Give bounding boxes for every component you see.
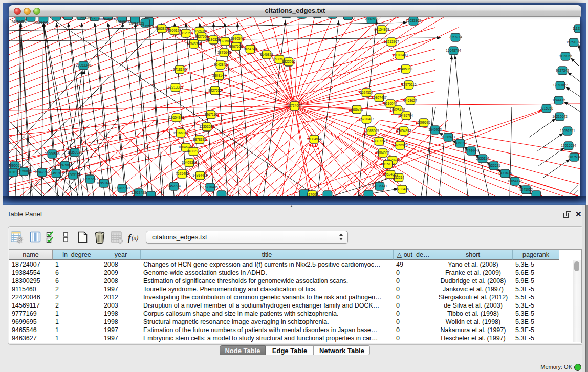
svg-text:12093822: 12093822 — [553, 83, 568, 87]
svg-text:16543382: 16543382 — [186, 42, 202, 46]
svg-text:7515524: 7515524 — [141, 24, 154, 28]
svg-text:2803144: 2803144 — [212, 74, 226, 77]
svg-text:12942757: 12942757 — [34, 170, 50, 174]
svg-text:9457774: 9457774 — [167, 184, 181, 188]
svg-text:7485063: 7485063 — [399, 67, 412, 71]
svg-text:3624554: 3624554 — [360, 91, 373, 94]
svg-text:15692951: 15692951 — [560, 129, 575, 133]
svg-text:1640953: 1640953 — [428, 128, 442, 132]
svg-text:18724007: 18724007 — [287, 104, 302, 107]
svg-text:9498222: 9498222 — [187, 149, 200, 153]
svg-text:17957253: 17957253 — [82, 177, 98, 181]
svg-text:20691406: 20691406 — [33, 20, 49, 24]
svg-text:8938923: 8938923 — [442, 135, 455, 139]
svg-text:11451912: 11451912 — [49, 171, 64, 175]
svg-text:(x): (x) — [132, 234, 138, 242]
svg-text:17016534: 17016534 — [561, 144, 576, 147]
svg-text:1167534: 1167534 — [568, 155, 580, 159]
svg-text:10120746: 10120746 — [385, 158, 400, 162]
svg-text:1615132: 1615132 — [381, 162, 395, 166]
svg-text:12156829: 12156829 — [16, 169, 32, 173]
svg-text:7632621: 7632621 — [487, 164, 500, 167]
svg-text:19384554: 19384554 — [307, 137, 322, 141]
svg-text:9146821: 9146821 — [260, 53, 273, 56]
svg-text:20206506: 20206506 — [45, 152, 60, 156]
svg-text:3215958: 3215958 — [540, 106, 553, 110]
svg-text:10807487: 10807487 — [372, 96, 387, 99]
svg-text:1112845: 1112845 — [573, 27, 580, 30]
svg-text:252214: 252214 — [393, 176, 404, 179]
svg-text:17975115: 17975115 — [402, 83, 417, 86]
svg-text:18226058: 18226058 — [192, 29, 207, 33]
svg-text:2967608: 2967608 — [229, 45, 243, 48]
svg-text:6216044: 6216044 — [384, 102, 397, 105]
svg-text:12213967: 12213967 — [384, 40, 399, 43]
svg-text:10958147: 10958147 — [96, 181, 112, 185]
svg-text:8912953: 8912953 — [179, 31, 192, 35]
svg-text:9245052: 9245052 — [519, 188, 533, 191]
svg-text:9990546: 9990546 — [231, 37, 244, 40]
svg-text:8878332: 8878332 — [193, 138, 206, 141]
svg-text:2087682: 2087682 — [365, 17, 378, 21]
svg-text:17359939: 17359939 — [67, 150, 82, 154]
svg-text:8267110: 8267110 — [204, 113, 217, 116]
svg-text:8454749: 8454749 — [244, 47, 257, 51]
svg-text:10688609: 10688609 — [364, 129, 379, 133]
svg-text:7357274: 7357274 — [449, 35, 462, 39]
svg-text:817006: 817006 — [307, 193, 318, 196]
svg-text:18807249: 18807249 — [372, 139, 387, 143]
svg-text:10025438: 10025438 — [390, 108, 405, 112]
svg-text:1527602: 1527602 — [92, 17, 105, 21]
svg-text:8322016: 8322016 — [282, 60, 295, 63]
svg-text:9327502: 9327502 — [219, 39, 232, 43]
svg-text:10154808: 10154808 — [374, 28, 389, 31]
svg-text:19975867: 19975867 — [57, 163, 73, 167]
svg-text:9129966: 9129966 — [559, 54, 572, 58]
svg-text:8427552: 8427552 — [208, 89, 222, 92]
svg-text:2986372: 2986372 — [350, 107, 363, 111]
svg-text:9227342: 9227342 — [556, 69, 569, 72]
svg-text:10654112: 10654112 — [508, 179, 522, 183]
svg-text:9242845: 9242845 — [214, 63, 227, 67]
svg-text:9474444: 9474444 — [465, 149, 478, 152]
svg-text:29053346: 29053346 — [76, 63, 91, 67]
svg-text:16033809: 16033809 — [406, 19, 421, 23]
svg-text:6479197: 6479197 — [453, 141, 467, 145]
svg-text:1244415: 1244415 — [552, 98, 565, 102]
svg-text:9463627: 9463627 — [404, 99, 417, 102]
svg-text:16210643: 16210643 — [552, 115, 568, 118]
svg-text:7625402: 7625402 — [176, 172, 189, 176]
svg-text:12353584: 12353584 — [199, 125, 214, 128]
svg-text:12213383: 12213383 — [168, 85, 183, 89]
svg-text:15751074: 15751074 — [566, 40, 580, 44]
svg-text:24055724: 24055724 — [11, 20, 27, 24]
svg-text:10553267: 10553267 — [77, 16, 92, 20]
svg-text:16648784: 16648784 — [446, 49, 461, 52]
svg-text:10973493: 10973493 — [393, 53, 408, 57]
svg-text:13654923: 13654923 — [396, 129, 411, 133]
svg-text:7663822: 7663822 — [155, 27, 168, 30]
svg-text:9684067: 9684067 — [376, 151, 389, 155]
svg-text:12505135: 12505135 — [66, 173, 81, 177]
svg-text:2718170: 2718170 — [173, 68, 186, 71]
svg-text:1733426: 1733426 — [396, 187, 409, 191]
svg-text:19166825: 19166825 — [173, 131, 188, 135]
svg-text:12923488: 12923488 — [131, 191, 146, 194]
svg-text:10756928: 10756928 — [393, 143, 408, 147]
svg-text:14914479: 14914479 — [192, 173, 208, 177]
svg-text:8495061: 8495061 — [9, 164, 21, 167]
svg-text:15716485: 15716485 — [203, 185, 218, 189]
svg-text:10046788: 10046788 — [178, 145, 193, 149]
svg-text:3875645: 3875645 — [217, 51, 231, 54]
svg-text:2935114: 2935114 — [476, 157, 489, 160]
svg-text:6099695: 6099695 — [417, 121, 430, 124]
svg-text:16782759: 16782759 — [115, 186, 130, 190]
svg-text:19654933: 19654933 — [169, 116, 184, 119]
svg-text:15720407: 15720407 — [359, 117, 374, 121]
svg-text:8471676: 8471676 — [498, 171, 512, 175]
svg-text:14136141: 14136141 — [372, 184, 387, 188]
svg-text:36409344: 36409344 — [182, 161, 197, 164]
svg-text:9495794: 9495794 — [400, 114, 413, 117]
